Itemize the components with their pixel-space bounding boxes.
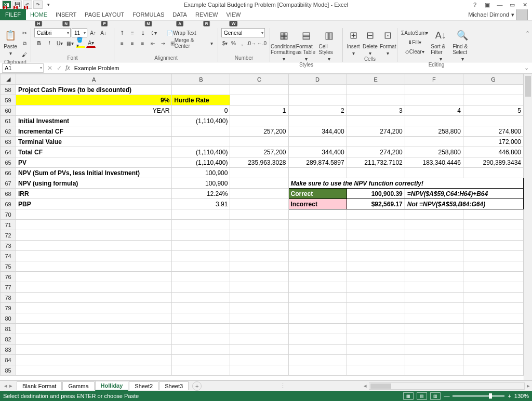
cell[interactable]: [16, 313, 172, 324]
row-header[interactable]: 64: [1, 147, 16, 157]
cell[interactable]: [463, 116, 523, 126]
cell[interactable]: [172, 251, 230, 261]
cell[interactable]: [347, 365, 405, 376]
row-header[interactable]: 77: [1, 282, 16, 293]
tab-home[interactable]: HOMEH: [26, 9, 51, 20]
cell[interactable]: [172, 293, 230, 303]
qat-more-icon[interactable]: ▾: [44, 1, 53, 9]
decrease-indent-icon[interactable]: ⇤: [148, 38, 157, 48]
increase-font-icon[interactable]: A↑: [88, 28, 98, 37]
cell[interactable]: [347, 220, 405, 230]
cell[interactable]: [288, 116, 347, 126]
cell[interactable]: [16, 324, 172, 334]
cell[interactable]: [16, 272, 172, 282]
tab-data[interactable]: DATAA: [168, 9, 191, 20]
autosum-button[interactable]: Σ AutoSum ▾: [401, 28, 429, 37]
cell[interactable]: [230, 85, 288, 95]
cell[interactable]: [172, 355, 230, 365]
tab-insert[interactable]: INSERTN: [51, 9, 81, 20]
cell[interactable]: 274,200: [347, 126, 405, 137]
percent-format-icon[interactable]: %: [230, 38, 237, 48]
zoom-level[interactable]: 130%: [514, 393, 529, 399]
hscroll-left-icon[interactable]: ◂: [364, 382, 367, 389]
align-left-icon[interactable]: ≡: [117, 38, 127, 48]
fx-icon[interactable]: fx: [65, 64, 70, 72]
align-right-icon[interactable]: ≡: [138, 38, 148, 48]
cell[interactable]: (1,110,400): [172, 157, 230, 168]
cell[interactable]: [230, 313, 288, 324]
align-bottom-icon[interactable]: ⤓: [138, 28, 148, 37]
col-header[interactable]: A: [16, 74, 172, 85]
cell[interactable]: [288, 95, 347, 105]
cell[interactable]: [463, 355, 523, 365]
cell[interactable]: [172, 241, 230, 251]
row-header[interactable]: 70: [1, 209, 16, 220]
cell[interactable]: [347, 334, 405, 345]
wrap-text-button[interactable]: 📄 Wrap Text: [165, 28, 198, 37]
cell[interactable]: 344,400: [288, 126, 347, 137]
cell[interactable]: PBP: [16, 199, 172, 209]
formula-input[interactable]: Example Problem: [73, 63, 521, 73]
find-select-button[interactable]: 🔍Find & Select▾: [453, 28, 472, 62]
account-name[interactable]: Michael Dimond ▾: [468, 9, 532, 20]
cell[interactable]: 274,200: [347, 147, 405, 157]
cell[interactable]: [405, 334, 463, 345]
cell[interactable]: 3: [347, 105, 405, 116]
cell[interactable]: [230, 345, 288, 355]
sheet-tab[interactable]: Gamma: [62, 381, 94, 390]
row-header[interactable]: 80: [1, 313, 16, 324]
collapse-ribbon-icon[interactable]: ⌃: [523, 28, 532, 62]
save-icon[interactable]: 💾2: [12, 1, 22, 9]
font-size-combo[interactable]: 11: [72, 28, 87, 37]
cell[interactable]: 172,000: [463, 137, 523, 147]
sheet-tab[interactable]: Sheet3: [159, 381, 189, 390]
tab-review[interactable]: REVIEWR: [191, 9, 222, 20]
cell[interactable]: [288, 241, 347, 251]
page-layout-view-icon[interactable]: ▤: [417, 392, 427, 400]
row-header[interactable]: 63: [1, 137, 16, 147]
cell[interactable]: [405, 355, 463, 365]
row-header[interactable]: 69: [1, 199, 16, 209]
cell[interactable]: [288, 345, 347, 355]
row-header[interactable]: 82: [1, 334, 16, 345]
cell[interactable]: [172, 220, 230, 230]
cell[interactable]: [230, 168, 288, 178]
cell[interactable]: Make sure to use the NPV function correc…: [288, 178, 523, 189]
cell[interactable]: [288, 313, 347, 324]
row-header[interactable]: 79: [1, 303, 16, 313]
underline-icon[interactable]: U▾: [55, 38, 64, 48]
cell[interactable]: 4: [405, 105, 463, 116]
cell[interactable]: [230, 272, 288, 282]
row-header[interactable]: 78: [1, 293, 16, 303]
cell[interactable]: [347, 324, 405, 334]
italic-icon[interactable]: I: [45, 38, 54, 48]
cell[interactable]: [172, 303, 230, 313]
cell[interactable]: [172, 334, 230, 345]
format-painter-icon[interactable]: 🖌: [20, 50, 29, 59]
cell[interactable]: Not =NPV($A$59,B64:G64): [405, 199, 523, 209]
row-header[interactable]: 72: [1, 230, 16, 241]
minimize-icon[interactable]: —: [495, 1, 505, 9]
cell[interactable]: Hurdle Rate: [172, 95, 230, 105]
cell[interactable]: [288, 303, 347, 313]
cell[interactable]: 100,900: [172, 178, 230, 189]
col-header[interactable]: E: [347, 74, 405, 85]
cell[interactable]: 290,389.3434: [463, 157, 523, 168]
tab-file[interactable]: FILEF: [0, 9, 26, 20]
cell[interactable]: [172, 282, 230, 293]
cell[interactable]: [230, 178, 288, 189]
row-header[interactable]: 60: [1, 105, 16, 116]
new-sheet-button[interactable]: +: [192, 381, 202, 391]
cell[interactable]: 100,900.39: [347, 189, 405, 199]
cell[interactable]: [347, 313, 405, 324]
row-header[interactable]: 75: [1, 261, 16, 272]
horizontal-scrollbar[interactable]: [369, 382, 525, 390]
cell[interactable]: 183,340.4446: [405, 157, 463, 168]
cell[interactable]: [230, 334, 288, 345]
cell[interactable]: [405, 282, 463, 293]
cell[interactable]: [288, 365, 347, 376]
col-header[interactable]: C: [230, 74, 288, 85]
cell[interactable]: [16, 355, 172, 365]
row-header[interactable]: 68: [1, 189, 16, 199]
cell[interactable]: [16, 261, 172, 272]
